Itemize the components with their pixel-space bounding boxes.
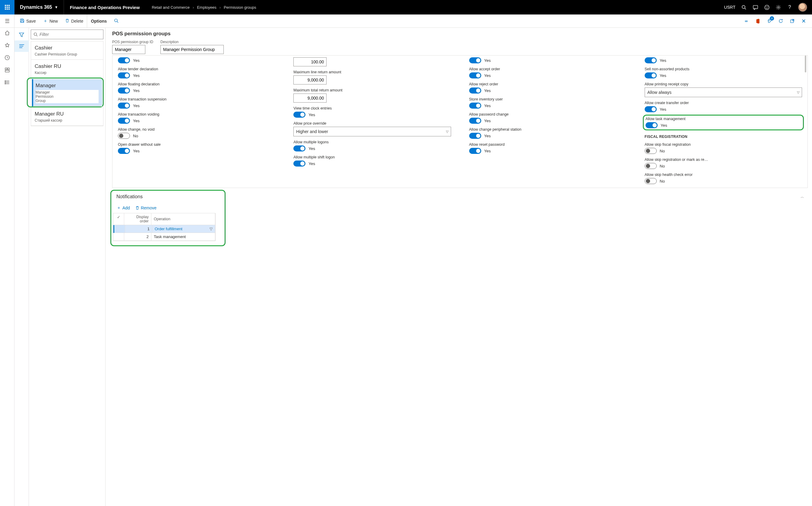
price-override-select[interactable]: Higher and lower▽ bbox=[293, 127, 451, 137]
options-button[interactable]: Options bbox=[87, 14, 110, 27]
svg-point-6 bbox=[777, 6, 779, 8]
section-fiscal: FISCAL REGISTRATION bbox=[645, 135, 802, 139]
attachments-icon[interactable]: 0 bbox=[766, 17, 773, 25]
message-icon[interactable] bbox=[752, 4, 758, 10]
app-launcher[interactable] bbox=[0, 0, 14, 14]
toggle-password-change[interactable]: Yes bbox=[469, 118, 627, 124]
table-row[interactable]: 2 Task management bbox=[113, 233, 215, 241]
svg-rect-13 bbox=[5, 68, 7, 70]
toggle[interactable]: Yes bbox=[645, 57, 802, 63]
toggle-view-timeclock[interactable]: Yes bbox=[293, 112, 451, 118]
max-total-return-input[interactable] bbox=[293, 93, 326, 103]
toggle-floating-decl[interactable]: Yes bbox=[118, 87, 275, 93]
list-item-title: Manager RU bbox=[35, 111, 100, 117]
toggle-peripheral[interactable]: Yes bbox=[469, 133, 627, 139]
toggle-open-drawer[interactable]: Yes bbox=[118, 148, 275, 154]
list-item-selected[interactable]: Manager Manager Permission Group bbox=[32, 79, 102, 106]
workspaces-icon[interactable] bbox=[5, 67, 10, 74]
gear-icon[interactable] bbox=[775, 4, 781, 10]
column-display-order[interactable]: Display order bbox=[124, 213, 151, 225]
search-icon[interactable] bbox=[741, 4, 747, 10]
brand-label: Dynamics 365 bbox=[20, 5, 52, 10]
table-row[interactable]: 1 Order fulfillment▽ bbox=[113, 225, 215, 233]
svg-line-23 bbox=[36, 35, 38, 36]
list-item-sub: Cashier Permission Group bbox=[35, 52, 100, 57]
toggle-task-management[interactable]: Yes bbox=[645, 122, 801, 128]
new-button[interactable]: ＋ New bbox=[39, 14, 62, 27]
svg-point-16 bbox=[5, 81, 5, 81]
list-item[interactable]: Manager RU Старший кассир bbox=[31, 107, 103, 126]
collapse-icon[interactable]: ︿ bbox=[801, 194, 807, 199]
filter-input-wrap[interactable] bbox=[31, 29, 103, 39]
chevron-down-icon: ▽ bbox=[797, 90, 799, 94]
popout-icon[interactable] bbox=[789, 17, 796, 25]
print-receipt-select[interactable]: Allow always▽ bbox=[645, 87, 802, 97]
desc-input[interactable] bbox=[161, 45, 224, 54]
plus-icon: ＋ bbox=[43, 18, 47, 24]
toggle-skip-health[interactable]: No bbox=[645, 178, 802, 184]
toggle[interactable]: Yes bbox=[118, 57, 275, 63]
find-button[interactable] bbox=[110, 14, 122, 27]
add-button[interactable]: ＋Add bbox=[117, 205, 130, 210]
smile-icon[interactable] bbox=[764, 4, 770, 10]
toggle-trans-suspend[interactable]: Yes bbox=[118, 103, 275, 109]
toggle-store-inventory[interactable]: Yes bbox=[469, 103, 627, 109]
toggle-skip-reg[interactable]: No bbox=[645, 163, 802, 169]
filter-input[interactable] bbox=[39, 32, 101, 37]
svg-line-1 bbox=[745, 8, 746, 9]
toggle-reject-order[interactable]: Yes bbox=[469, 87, 627, 93]
chevron-right-icon: › bbox=[219, 5, 221, 10]
num-input[interactable] bbox=[293, 57, 326, 66]
options-label: Options bbox=[91, 19, 107, 23]
svg-rect-8 bbox=[21, 21, 23, 22]
search-icon bbox=[114, 18, 118, 24]
toggle-accept-order[interactable]: Yes bbox=[469, 72, 627, 78]
company-label[interactable]: USRT bbox=[724, 5, 735, 10]
save-button[interactable]: Save bbox=[16, 14, 39, 27]
modules-icon[interactable] bbox=[5, 80, 10, 87]
home-icon[interactable] bbox=[5, 30, 10, 37]
toggle-transfer-order[interactable]: Yes bbox=[645, 106, 802, 112]
toggle-change-novoid[interactable]: No bbox=[118, 133, 275, 139]
office-icon[interactable] bbox=[754, 17, 762, 25]
filter-button[interactable] bbox=[14, 29, 29, 40]
list-item-sub: Старший кассир bbox=[35, 118, 100, 122]
select-all-header[interactable]: ✓ bbox=[113, 213, 124, 225]
svg-point-17 bbox=[5, 82, 5, 83]
scrollbar-thumb[interactable] bbox=[805, 56, 806, 72]
refresh-icon[interactable] bbox=[777, 17, 784, 25]
connector-icon[interactable]: ∞ bbox=[743, 17, 750, 25]
column-operation[interactable]: Operation bbox=[151, 213, 215, 225]
list-item[interactable]: Cashier Cashier Permission Group bbox=[31, 41, 103, 60]
list-view-button[interactable] bbox=[14, 40, 29, 52]
toggle-multi-shift-logon[interactable]: Yes bbox=[293, 161, 451, 167]
toggle-non-assorted[interactable]: Yes bbox=[645, 72, 802, 78]
toggle-trans-void[interactable]: Yes bbox=[118, 118, 275, 124]
crumb-2[interactable]: Permission groups bbox=[224, 5, 256, 10]
avatar[interactable] bbox=[798, 3, 807, 12]
toggle[interactable]: Yes bbox=[469, 57, 627, 63]
chevron-down-icon[interactable]: ▽ bbox=[210, 227, 213, 231]
favorites-icon[interactable] bbox=[5, 43, 10, 50]
help-icon[interactable]: ? bbox=[787, 4, 793, 10]
list-item[interactable]: Cashier RU Кассир bbox=[31, 60, 103, 78]
max-line-return-input[interactable] bbox=[293, 75, 326, 84]
crumb-1[interactable]: Employees bbox=[197, 5, 216, 10]
toggle-multi-logon[interactable]: Yes bbox=[293, 146, 451, 152]
toggle-tender-decl[interactable]: Yes bbox=[118, 72, 275, 78]
close-icon[interactable]: ✕ bbox=[800, 17, 807, 25]
brand-menu[interactable]: Dynamics 365 ▼ bbox=[14, 5, 64, 10]
remove-button[interactable]: Remove bbox=[135, 205, 157, 210]
group-id-input[interactable] bbox=[112, 45, 145, 54]
svg-rect-14 bbox=[8, 68, 9, 70]
nav-hamburger[interactable]: ☰ bbox=[0, 14, 14, 27]
toggle-reset-password[interactable]: Yes bbox=[469, 148, 627, 154]
svg-line-10 bbox=[117, 21, 118, 23]
waffle-icon bbox=[5, 5, 10, 10]
crumb-0[interactable]: Retail and Commerce bbox=[152, 5, 190, 10]
toggle-skip-fiscal[interactable]: No bbox=[645, 148, 802, 154]
recent-icon[interactable] bbox=[5, 55, 10, 62]
delete-button[interactable]: Delete bbox=[62, 14, 87, 27]
badge-count: 0 bbox=[770, 16, 774, 20]
delete-label: Delete bbox=[71, 19, 83, 23]
